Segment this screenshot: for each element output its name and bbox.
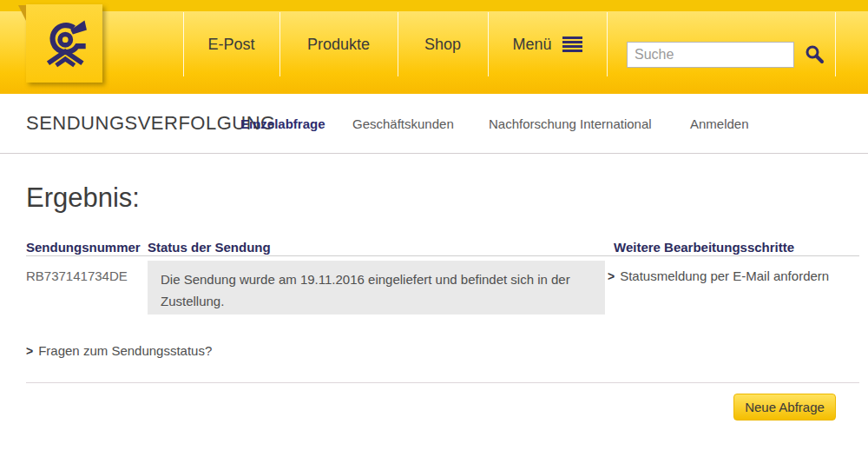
- nav-separator: [835, 12, 836, 76]
- subnav-item-anmelden[interactable]: Anmelden: [690, 94, 749, 153]
- subnav-bar: SENDUNGSVERFOLGUNG Einzelabfrage Geschäf…: [0, 94, 868, 154]
- logo-fold: [18, 5, 26, 21]
- column-header-sendungsnummer: Sendungsnummer: [26, 240, 141, 255]
- column-header-status: Status der Sendung: [148, 240, 271, 255]
- nav-item-label: Shop: [424, 36, 461, 54]
- chevron-right-icon: >: [608, 269, 615, 283]
- subnav-item-geschaeftskunden[interactable]: Geschäftskunden: [352, 94, 454, 153]
- section-title: SENDUNGSVERFOLGUNG: [26, 94, 276, 153]
- status-email-link-label: Statusmeldung per E-Mail anfordern: [620, 268, 829, 283]
- nav-item-shop[interactable]: Shop: [398, 12, 488, 76]
- header-top-strip: [0, 0, 868, 11]
- questions-link-label: Fragen zum Sendungsstatus?: [38, 343, 212, 358]
- nav-separator: [607, 12, 608, 76]
- shipment-status-questions-link[interactable]: >Fragen zum Sendungsstatus?: [26, 343, 212, 358]
- shipment-status-cell: Die Sendung wurde am 19.11.2016 eingelie…: [148, 261, 605, 315]
- nav-item-epost[interactable]: E-Post: [183, 12, 279, 76]
- nav-item-label: E-Post: [207, 36, 254, 54]
- search-icon: [804, 43, 825, 64]
- nav-item-label: Menü: [512, 36, 551, 54]
- page-title: Ergebnis:: [26, 182, 140, 214]
- nav-item-label: Produkte: [307, 36, 370, 54]
- table-header-divider: [26, 255, 859, 256]
- status-email-link[interactable]: >Statusmeldung per E-Mail anfordern: [608, 268, 829, 283]
- new-query-button[interactable]: Neue Abfrage: [733, 394, 836, 421]
- chevron-right-icon: >: [26, 344, 33, 358]
- search-button[interactable]: [803, 43, 825, 66]
- content-divider: [26, 382, 859, 383]
- nav-item-menu[interactable]: Menü: [488, 12, 607, 76]
- column-header-weitere-schritte: Weitere Bearbeitungsschritte: [614, 240, 794, 255]
- search-input[interactable]: [627, 42, 794, 68]
- subnav-item-einzelabfrage[interactable]: Einzelabfrage: [240, 94, 326, 153]
- menu-icon: [562, 36, 582, 52]
- deutsche-post-logo[interactable]: [26, 4, 102, 83]
- nav-item-produkte[interactable]: Produkte: [279, 12, 398, 76]
- posthorn-icon: [36, 18, 93, 69]
- tracking-page: E-Post Produkte Shop Menü SE: [0, 0, 868, 457]
- subnav-item-nachforschung-international[interactable]: Nachforschung International: [489, 94, 652, 153]
- search-area: [627, 42, 825, 68]
- tracking-number: RB737141734DE: [26, 268, 128, 283]
